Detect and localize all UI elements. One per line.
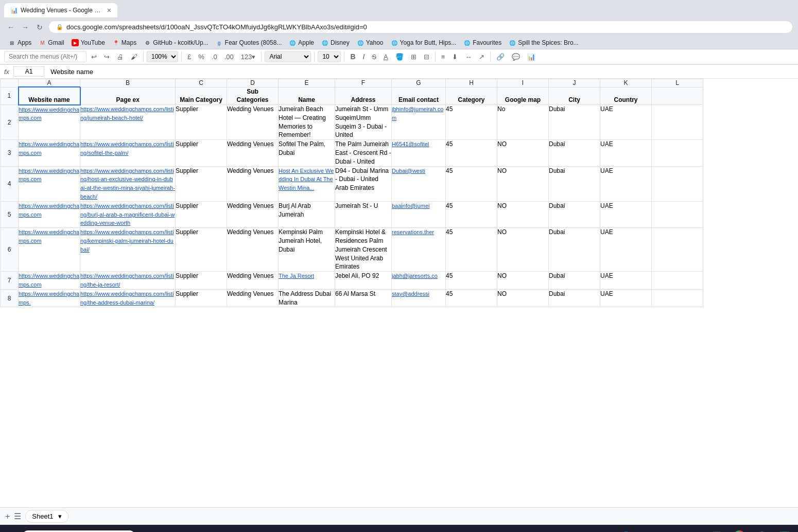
cell-link[interactable]: Dubai@westi (392, 168, 425, 174)
cell-link[interactable]: reservations.ther (392, 229, 434, 235)
cell-c4[interactable]: Supplier (176, 166, 227, 201)
zoom-select[interactable]: 100% (147, 51, 178, 62)
cell-d8[interactable]: Wedding Venues (227, 289, 279, 307)
cell-link[interactable]: jbhinfo@jumeirah.com (392, 106, 443, 121)
cell-c1[interactable]: Main Category (176, 87, 227, 105)
percent-button[interactable]: % (196, 51, 207, 62)
cell-j1[interactable]: City (549, 87, 600, 105)
row-header-6[interactable]: 6 (1, 228, 19, 272)
cell-k8[interactable]: UAE (600, 289, 652, 307)
cell-i7[interactable]: NO (497, 272, 549, 290)
row-header-2[interactable]: 2 (1, 105, 19, 140)
refresh-button[interactable]: ↻ (34, 22, 45, 33)
paint-format-button[interactable]: 🖌 (128, 51, 140, 62)
sheet-tab-sheet1[interactable]: Sheet1 ▾ (25, 510, 68, 523)
cell-d3[interactable]: Wedding Venues (227, 140, 279, 166)
col-header-c[interactable]: C (176, 79, 227, 87)
col-header-f[interactable]: F (335, 79, 392, 87)
cell-k1[interactable]: Country (600, 87, 652, 105)
cell-link[interactable]: https://www.weddingchamps.com/listing/th… (80, 291, 174, 306)
cell-k4[interactable]: UAE (600, 166, 652, 201)
cell-g6[interactable]: reservations.ther (392, 228, 446, 272)
cell-l1[interactable] (652, 87, 703, 105)
cell-link[interactable]: https://www.weddingchamps.com/listing/ju… (80, 106, 174, 121)
cell-e4[interactable]: Host An Exclusive Wedding In Dubai At Th… (279, 166, 335, 201)
bookmark-yoga[interactable]: 🌐 Yoga for Butt, Hips... (388, 38, 460, 47)
cell-j8[interactable]: Dubai (549, 289, 600, 307)
col-header-b[interactable]: B (80, 79, 176, 87)
chart-button[interactable]: 📊 (525, 51, 538, 62)
redo-button[interactable]: ↪ (101, 51, 112, 62)
cell-l3[interactable] (652, 140, 703, 166)
cell-d6[interactable]: Wedding Venues (227, 228, 279, 272)
merge-button[interactable]: ⊟ (421, 51, 432, 62)
active-tab[interactable]: 📊 Wedding Venues - Google Sheets × (4, 3, 117, 17)
cell-i8[interactable]: NO (497, 289, 549, 307)
format-123-button[interactable]: 123▾ (238, 51, 258, 62)
undo-button[interactable]: ↩ (89, 51, 99, 62)
cell-a4[interactable]: https://www.weddingchamps.com (19, 166, 80, 201)
cell-link[interactable]: https://www.weddingchamps.com/listing/ho… (80, 168, 175, 200)
col-header-h[interactable]: H (446, 79, 497, 87)
cell-f7[interactable]: Jebel Ali, PO 92 (335, 272, 392, 290)
col-header-l[interactable]: L (652, 79, 703, 87)
bold-button[interactable]: B (348, 51, 358, 62)
forward-button[interactable]: → (20, 22, 31, 33)
cell-link[interactable]: H6541@sofitel (392, 141, 429, 147)
cell-l4[interactable] (652, 166, 703, 201)
cell-k5[interactable]: UAE (600, 201, 652, 227)
h-align-button[interactable]: ≡ (439, 51, 448, 62)
cell-link[interactable]: jabh@jaresorts.co (392, 273, 438, 279)
bookmark-maps[interactable]: 📍 Maps (109, 38, 140, 47)
sheet-tab-dropdown-icon[interactable]: ▾ (58, 512, 62, 520)
cell-g2[interactable]: jbhinfo@jumeirah.com (392, 105, 446, 140)
comment-button[interactable]: 💬 (509, 51, 523, 62)
cell-h4[interactable]: 45 (446, 166, 497, 201)
cell-j3[interactable]: Dubai (549, 140, 600, 166)
cell-c5[interactable]: Supplier (176, 201, 227, 227)
cell-i6[interactable]: NO (497, 228, 549, 272)
taskbar-app-edge[interactable] (617, 527, 635, 533)
cell-k6[interactable]: UAE (600, 228, 652, 272)
cell-h5[interactable]: 45 (446, 201, 497, 227)
cell-c3[interactable]: Supplier (176, 140, 227, 166)
cell-link[interactable]: The Ja Resort (279, 273, 314, 279)
text-color-button[interactable]: A (381, 51, 391, 62)
row-header-1[interactable]: 1 (1, 87, 19, 105)
add-sheet-button[interactable]: + (5, 512, 10, 521)
bookmark-fear[interactable]: g Fear Quotes (8058... (213, 38, 285, 47)
cell-link[interactable]: https://www.weddingchamps.com (19, 203, 79, 218)
cell-link[interactable]: https://www.weddingchamps.com (19, 107, 79, 121)
cell-link[interactable]: https://www.weddingchamps.com (19, 141, 79, 156)
cell-b5[interactable]: https://www.weddingchamps.com/listing/bu… (80, 201, 176, 227)
row-header-4[interactable]: 4 (1, 166, 19, 201)
print-button[interactable]: 🖨 (114, 51, 126, 62)
cell-l6[interactable] (652, 228, 703, 272)
cell-f3[interactable]: The Palm Jumeirah East - Crescent Rd - D… (335, 140, 392, 166)
cell-a2[interactable]: https://www.weddingchamps.com (19, 105, 80, 140)
cell-link[interactable]: https://www.weddingchamps. (19, 291, 79, 306)
text-rotate-button[interactable]: ↗ (476, 51, 487, 62)
cell-k2[interactable]: UAE (600, 105, 652, 140)
start-button[interactable]: ⊞ (4, 529, 19, 532)
row-header-8[interactable]: 8 (1, 289, 19, 307)
strikethrough-button[interactable]: S (369, 51, 379, 62)
borders-button[interactable]: ⊞ (408, 51, 419, 62)
cell-i2[interactable]: No (497, 105, 549, 140)
cell-b4[interactable]: https://www.weddingchamps.com/listing/ho… (80, 166, 176, 201)
cell-b1[interactable]: Page ex (80, 87, 176, 105)
cell-a8[interactable]: https://www.weddingchamps. (19, 289, 80, 307)
cell-link[interactable]: https://www.weddingchamps.com (19, 168, 79, 183)
row-header-5[interactable]: 5 (1, 201, 19, 227)
cell-j6[interactable]: Dubai (549, 228, 600, 272)
cell-c6[interactable]: Supplier (176, 228, 227, 272)
cell-j4[interactable]: Dubai (549, 166, 600, 201)
cell-b6[interactable]: https://www.weddingchamps.com/listing/ke… (80, 228, 176, 272)
cell-l5[interactable] (652, 201, 703, 227)
cell-d2[interactable]: Wedding Venues (227, 105, 279, 140)
cell-g1[interactable]: Email contact (392, 87, 446, 105)
cell-h7[interactable]: 45 (446, 272, 497, 290)
row-header-7[interactable]: 7 (1, 272, 19, 290)
cell-link[interactable]: stay@addressi (392, 291, 429, 297)
cell-g5[interactable]: baainfo@jumei (392, 201, 446, 227)
